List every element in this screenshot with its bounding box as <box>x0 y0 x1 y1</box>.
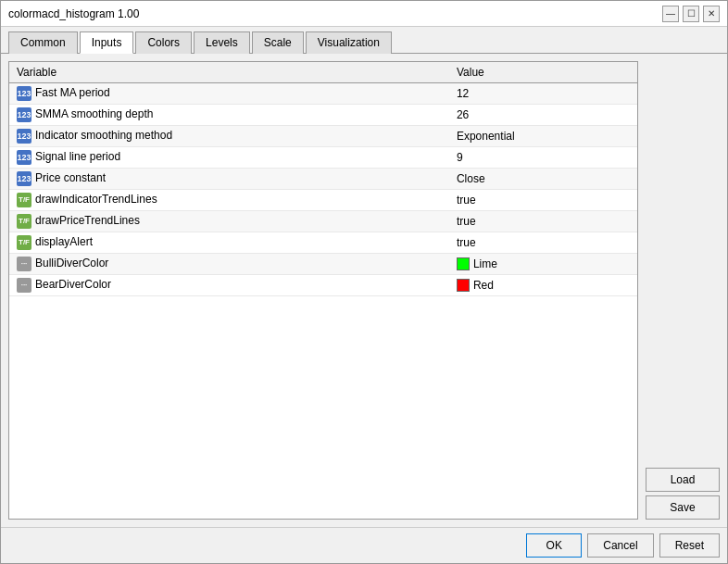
value-cell: true <box>449 232 637 254</box>
window-controls: — ☐ ✕ <box>662 6 720 22</box>
ok-button[interactable]: OK <box>526 533 582 558</box>
value-cell: 26 <box>449 105 637 126</box>
row-icon-123: 123 <box>17 129 31 144</box>
variable-cell: 123SMMA smoothing depth <box>9 105 449 126</box>
value-cell: Red <box>449 275 637 296</box>
table-row[interactable]: 123Price constantClose <box>9 169 637 190</box>
tab-bar: Common Inputs Colors Levels Scale Visual… <box>1 27 727 54</box>
value-cell: true <box>449 211 637 232</box>
close-button[interactable]: ✕ <box>703 6 720 22</box>
value-cell: Lime <box>449 254 637 275</box>
variable-cell: ···BulliDiverColor <box>9 254 449 275</box>
title-bar: colormacd_histogram 1.00 — ☐ ✕ <box>1 1 727 27</box>
color-swatch <box>457 257 470 270</box>
variable-cell: T/FdrawPriceTrendLines <box>9 211 449 232</box>
main-content: Variable Value 123Fast MA period12123SMM… <box>1 54 727 527</box>
row-icon-bool: T/F <box>17 193 31 207</box>
row-icon-123: 123 <box>17 171 31 186</box>
table-row[interactable]: 123Fast MA period12 <box>9 83 637 105</box>
tab-common[interactable]: Common <box>8 31 78 54</box>
table-row[interactable]: 123Signal line period9 <box>9 147 637 169</box>
value-cell: Close <box>449 169 637 190</box>
minimize-button[interactable]: — <box>662 6 679 22</box>
load-button[interactable]: Load <box>646 468 720 492</box>
maximize-button[interactable]: ☐ <box>683 6 699 22</box>
tab-inputs[interactable]: Inputs <box>80 31 134 54</box>
row-icon-bool: T/F <box>17 235 31 250</box>
save-button[interactable]: Save <box>646 495 720 520</box>
row-icon-123: 123 <box>17 107 31 122</box>
value-cell: Exponential <box>449 126 637 147</box>
footer: OK Cancel Reset <box>1 527 727 563</box>
col-value: Value <box>449 62 637 83</box>
tab-scale[interactable]: Scale <box>252 31 304 54</box>
tab-visualization[interactable]: Visualization <box>306 31 392 54</box>
side-panel: Load Save <box>646 61 720 520</box>
variable-cell: 123Fast MA period <box>9 83 449 105</box>
table-row[interactable]: 123Indicator smoothing methodExponential <box>9 126 637 147</box>
variable-cell: ···BearDiverColor <box>9 275 449 296</box>
table-row[interactable]: 123SMMA smoothing depth26 <box>9 105 637 126</box>
value-cell: 9 <box>449 147 637 169</box>
row-icon-color: ··· <box>17 278 31 293</box>
variables-table-container: Variable Value 123Fast MA period12123SMM… <box>8 61 638 520</box>
variables-table: Variable Value 123Fast MA period12123SMM… <box>9 62 637 296</box>
tab-levels[interactable]: Levels <box>194 31 250 54</box>
row-icon-bool: T/F <box>17 214 31 229</box>
tab-colors[interactable]: Colors <box>135 31 192 54</box>
row-icon-color: ··· <box>17 257 31 271</box>
reset-button[interactable]: Reset <box>659 533 720 558</box>
variable-cell: T/FdisplayAlert <box>9 232 449 254</box>
window-title: colormacd_histogram 1.00 <box>8 7 139 20</box>
table-row[interactable]: T/FdrawPriceTrendLinestrue <box>9 211 637 232</box>
table-row[interactable]: ···BulliDiverColorLime <box>9 254 637 275</box>
variable-cell: 123Signal line period <box>9 147 449 169</box>
col-variable: Variable <box>9 62 449 83</box>
row-icon-123: 123 <box>17 150 31 165</box>
variable-cell: T/FdrawIndicatorTrendLines <box>9 190 449 211</box>
color-swatch <box>457 279 470 292</box>
variable-cell: 123Indicator smoothing method <box>9 126 449 147</box>
cancel-button[interactable]: Cancel <box>587 533 653 558</box>
row-icon-123: 123 <box>17 86 31 101</box>
table-row[interactable]: ···BearDiverColorRed <box>9 275 637 296</box>
inputs-panel: Variable Value 123Fast MA period12123SMM… <box>8 61 638 520</box>
value-cell: true <box>449 190 637 211</box>
main-window: colormacd_histogram 1.00 — ☐ ✕ Common In… <box>0 0 728 564</box>
table-row[interactable]: T/FdisplayAlerttrue <box>9 232 637 254</box>
value-cell: 12 <box>449 83 637 105</box>
table-row[interactable]: T/FdrawIndicatorTrendLinestrue <box>9 190 637 211</box>
variable-cell: 123Price constant <box>9 169 449 190</box>
